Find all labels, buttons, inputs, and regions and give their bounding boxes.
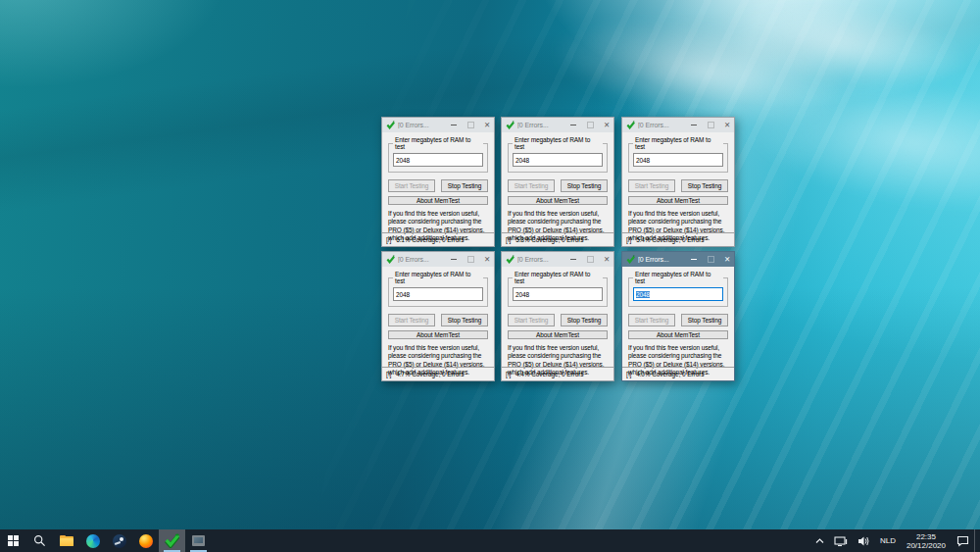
stop-testing-button[interactable]: Stop Testing <box>681 314 728 326</box>
close-button[interactable]: ✕ <box>600 252 613 267</box>
progress-spinner: [\] <box>506 371 511 377</box>
edge-button[interactable] <box>79 529 106 552</box>
progress-spinner: [\] <box>386 371 391 377</box>
chevron-up-icon <box>815 538 824 544</box>
start-testing-button: Start Testing <box>388 179 435 192</box>
close-button[interactable]: ✕ <box>720 118 734 132</box>
coverage-status: 6.1% Coverage, 0 Errors <box>396 236 464 243</box>
ram-groupbox: Enter megabytes of RAM to test 2048 <box>628 271 728 307</box>
network-button[interactable] <box>829 529 853 552</box>
ram-megabytes-input[interactable]: 2048 <box>393 287 483 301</box>
window-titlebar[interactable]: [0 Errors... ✕ <box>382 118 494 132</box>
about-memtest-button[interactable]: About MemTest <box>508 330 608 339</box>
maximize-button <box>704 252 717 267</box>
minimize-button[interactable] <box>687 118 701 132</box>
window-body: Enter megabytes of RAM to test 2048 Star… <box>382 267 494 367</box>
start-button[interactable] <box>0 529 26 552</box>
show-desktop-button[interactable] <box>974 529 980 552</box>
status-bar: [\] 5.8% Coverage, 0 Errors <box>502 232 613 246</box>
monitor-app-button[interactable] <box>185 529 212 552</box>
close-icon: ✕ <box>604 122 610 129</box>
action-center-icon <box>956 535 969 547</box>
ram-megabytes-input[interactable]: 2048 <box>393 153 483 167</box>
ram-groupbox: Enter megabytes of RAM to test 2048 <box>508 136 608 173</box>
start-testing-button: Start Testing <box>508 314 555 326</box>
time-label: 22:35 <box>916 532 936 541</box>
about-memtest-button[interactable]: About MemTest <box>388 196 488 205</box>
status-bar: [\] 4.0% Coverage, 0 Errors <box>622 367 734 380</box>
window-title: [0 Errors... <box>398 256 444 263</box>
window-titlebar[interactable]: [0 Errors... ✕ <box>382 252 494 267</box>
stop-testing-button[interactable]: Stop Testing <box>561 179 608 192</box>
stop-testing-button[interactable]: Stop Testing <box>681 179 728 192</box>
system-tray: NLD 22:35 20/12/2020 <box>810 529 980 552</box>
start-testing-button: Start Testing <box>628 314 675 326</box>
clock[interactable]: 22:35 20/12/2020 <box>901 529 952 552</box>
ram-groupbox: Enter megabytes of RAM to test 2048 <box>388 271 488 307</box>
window-titlebar[interactable]: [0 Errors... ✕ <box>622 118 734 132</box>
close-button[interactable]: ✕ <box>720 252 734 267</box>
window-title: [0 Errors... <box>517 256 564 263</box>
speaker-icon <box>858 535 870 547</box>
ram-megabytes-input[interactable]: 2048 <box>633 153 723 167</box>
coverage-status: 4.4% Coverage, 0 Errors <box>515 371 583 377</box>
ram-megabytes-input[interactable]: 2048 <box>513 287 603 301</box>
ram-megabytes-input[interactable]: 2048 <box>633 287 723 301</box>
ram-input-value: 2048 <box>396 157 410 164</box>
maximize-icon <box>467 122 474 128</box>
search-button[interactable] <box>26 529 53 552</box>
window-body: Enter megabytes of RAM to test 2048 Star… <box>382 132 494 232</box>
maximize-icon <box>467 256 474 263</box>
memtest-taskbar-button[interactable] <box>159 529 185 552</box>
ram-input-value: 2048 <box>515 291 529 298</box>
ram-group-caption: Enter megabytes of RAM to test <box>513 271 603 284</box>
minimize-icon <box>570 125 576 125</box>
file-explorer-icon <box>60 535 74 546</box>
windows-logo-icon <box>8 535 19 546</box>
ram-input-value: 2048 <box>636 291 650 298</box>
testing-buttons-row: Start Testing Stop Testing <box>628 179 728 192</box>
firefox-button[interactable] <box>132 529 159 552</box>
volume-button[interactable] <box>853 529 875 552</box>
window-titlebar[interactable]: [0 Errors... ✕ <box>622 252 734 267</box>
date-label: 20/12/2020 <box>906 541 946 550</box>
minimize-button[interactable] <box>566 252 580 267</box>
stop-testing-button[interactable]: Stop Testing <box>561 314 608 326</box>
file-explorer-button[interactable] <box>53 529 79 552</box>
ram-groupbox: Enter megabytes of RAM to test 2048 <box>508 271 608 307</box>
ram-input-value: 2048 <box>396 291 410 298</box>
minimize-button[interactable] <box>566 118 580 132</box>
ram-megabytes-input[interactable]: 2048 <box>513 153 603 167</box>
language-indicator[interactable]: NLD <box>875 529 901 552</box>
close-button[interactable]: ✕ <box>480 118 494 132</box>
steam-button[interactable] <box>106 529 132 552</box>
window-titlebar[interactable]: [0 Errors... ✕ <box>502 118 613 132</box>
window-titlebar[interactable]: [0 Errors... ✕ <box>502 252 613 267</box>
start-testing-button: Start Testing <box>508 179 555 192</box>
search-icon <box>33 534 46 547</box>
taskbar: NLD 22:35 20/12/2020 <box>0 529 980 552</box>
minimize-button[interactable] <box>447 252 461 267</box>
close-icon: ✕ <box>484 256 490 264</box>
stop-testing-button[interactable]: Stop Testing <box>441 314 488 326</box>
close-icon: ✕ <box>484 122 490 129</box>
monitor-app-icon <box>192 535 205 546</box>
maximize-button <box>583 252 597 267</box>
minimize-icon <box>451 125 457 125</box>
about-memtest-button[interactable]: About MemTest <box>628 196 728 205</box>
memtest-app-icon <box>626 255 635 264</box>
stop-testing-button[interactable]: Stop Testing <box>441 179 488 192</box>
action-center-button[interactable] <box>952 529 974 552</box>
maximize-icon <box>587 122 594 128</box>
about-memtest-button[interactable]: About MemTest <box>628 330 728 339</box>
coverage-status: 5.8% Coverage, 0 Errors <box>515 236 583 243</box>
minimize-button[interactable] <box>447 118 461 132</box>
close-button[interactable]: ✕ <box>600 118 613 132</box>
about-memtest-button[interactable]: About MemTest <box>388 330 488 339</box>
close-button[interactable]: ✕ <box>480 252 494 267</box>
tray-overflow-button[interactable] <box>810 529 829 552</box>
about-memtest-button[interactable]: About MemTest <box>508 196 608 205</box>
memtest-app-icon <box>386 121 395 129</box>
minimize-icon <box>570 259 576 260</box>
minimize-button[interactable] <box>687 252 701 267</box>
